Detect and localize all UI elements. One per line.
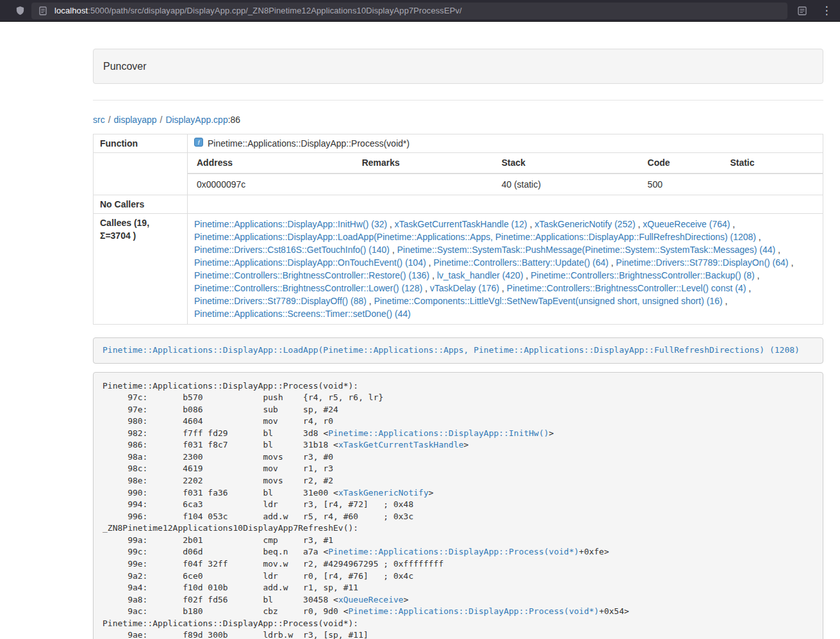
breadcrumb-separator: / (108, 115, 111, 125)
stack-value: 40 (static) (493, 174, 639, 195)
url-text: localhost:5000/path/src/displayapp/Displ… (54, 6, 462, 15)
no-callers-row: No Callers (94, 195, 823, 214)
code-symbol-link[interactable]: xQueueReceive (338, 595, 404, 604)
code-symbol-link[interactable]: xTaskGetCurrentTaskHandle (338, 440, 464, 449)
metrics-header-row: Address Remarks Stack Code Static (188, 153, 823, 174)
address-value: 0x0000097c (188, 174, 353, 195)
code-symbol-link[interactable]: Pinetime::Applications::DisplayApp::Proc… (328, 547, 579, 556)
function-icon: f (194, 137, 203, 150)
col-header-address: Address (188, 153, 353, 174)
code-symbol-link[interactable]: xTaskGenericNotify (338, 488, 429, 497)
col-header-remarks: Remarks (353, 153, 493, 174)
url-bar[interactable]: localhost:5000/path/src/displayapp/Displ… (31, 3, 787, 19)
function-detail-table: Function f Pinetime::Applications::Displ… (93, 134, 823, 325)
metrics-values-row: 0x0000097c 40 (static) 500 (188, 174, 823, 195)
metrics-table: Address Remarks Stack Code Static 0x0000… (188, 153, 823, 195)
callee-link[interactable]: Pinetime::Drivers::St7789::DisplayOn() (… (616, 257, 788, 268)
symbol-panel: Pinetime::Applications::DisplayApp::Load… (93, 337, 823, 364)
callee-link[interactable]: Pinetime::Components::LittleVgl::SetNewT… (374, 296, 723, 306)
url-host: localhost (54, 6, 88, 15)
menu-icon[interactable]: ⋮ (821, 5, 832, 16)
callee-link[interactable]: Pinetime::Applications::DisplayApp::Load… (194, 232, 756, 242)
callee-link[interactable]: xTaskGenericNotify (252) (534, 219, 635, 229)
callee-link[interactable]: Pinetime::Controllers::BrightnessControl… (194, 283, 422, 293)
page-title: Puncover (103, 61, 147, 72)
callee-link[interactable]: Pinetime::Controllers::BrightnessControl… (507, 283, 746, 293)
col-header-code: Code (639, 153, 721, 174)
callee-link[interactable]: Pinetime::System::SystemTask::PushMessag… (397, 245, 776, 255)
code-symbol-link[interactable]: Pinetime::Applications::DisplayApp::Proc… (349, 606, 599, 616)
callee-link[interactable]: Pinetime::Drivers::Cst816S::GetTouchInfo… (194, 245, 390, 255)
breadcrumb-separator: / (160, 115, 163, 125)
app-title-panel: Puncover (93, 49, 823, 84)
breadcrumb-link-file[interactable]: DisplayApp.cpp (165, 115, 227, 125)
breadcrumb-link-displayapp[interactable]: displayapp (114, 115, 157, 125)
col-header-static: Static (721, 153, 823, 174)
callees-label: Callees (19, Σ=3704 ) (94, 214, 188, 325)
callee-link[interactable]: Pinetime::Applications::Screens::Timer::… (194, 309, 411, 319)
code-size-value: 500 (639, 174, 721, 195)
function-label: Function (94, 134, 188, 153)
function-name: Pinetime::Applications::DisplayApp::Proc… (208, 137, 409, 150)
callee-link[interactable]: Pinetime::Applications::DisplayApp::OnTo… (194, 257, 426, 268)
callee-link[interactable]: vTaskDelay (176) (430, 283, 499, 293)
callee-link[interactable]: Pinetime::Controllers::Battery::Update()… (434, 257, 609, 268)
col-header-stack: Stack (493, 153, 639, 174)
code-symbol-link[interactable]: Pinetime::Applications::DisplayApp::Init… (328, 428, 548, 438)
breadcrumb-link-src[interactable]: src (93, 115, 105, 125)
metrics-row: Address Remarks Stack Code Static 0x0000… (94, 153, 823, 195)
callee-link[interactable]: Pinetime::Drivers::St7789::DisplayOff() … (194, 296, 366, 306)
no-callers-label: No Callers (94, 195, 188, 214)
page-icon (39, 6, 47, 15)
callee-link[interactable]: xQueueReceive (764) (643, 219, 730, 229)
function-row: Function f Pinetime::Applications::Displ… (94, 134, 823, 153)
callees-row: Callees (19, Σ=3704 ) Pinetime::Applicat… (94, 214, 823, 325)
page-container: Puncover src/displayapp/DisplayApp.cpp:8… (93, 22, 823, 639)
reader-view-icon[interactable] (798, 6, 807, 15)
callee-link[interactable]: Pinetime::Controllers::BrightnessControl… (194, 270, 429, 280)
browser-toolbar: localhost:5000/path/src/displayapp/Displ… (0, 0, 840, 22)
breadcrumb: src/displayapp/DisplayApp.cpp:86 (93, 113, 823, 126)
disassembly-code: Pinetime::Applications::DisplayApp::Proc… (93, 372, 823, 639)
callees-cell: Pinetime::Applications::DisplayApp::Init… (188, 214, 823, 325)
symbol-link[interactable]: Pinetime::Applications::DisplayApp::Load… (103, 345, 800, 355)
url-path: :5000/path/src/displayapp/DisplayApp.cpp… (88, 6, 462, 15)
remarks-value (353, 174, 493, 195)
shield-icon[interactable] (15, 6, 25, 15)
divider (93, 100, 823, 101)
breadcrumb-line-number: :86 (228, 115, 240, 125)
callee-link[interactable]: Pinetime::Applications::DisplayApp::Init… (194, 219, 387, 229)
callee-link[interactable]: lv_task_handler (420) (437, 270, 523, 280)
callee-link[interactable]: xTaskGetCurrentTaskHandle (12) (395, 219, 527, 229)
static-value (721, 174, 823, 195)
callee-link[interactable]: Pinetime::Controllers::BrightnessControl… (531, 270, 754, 280)
